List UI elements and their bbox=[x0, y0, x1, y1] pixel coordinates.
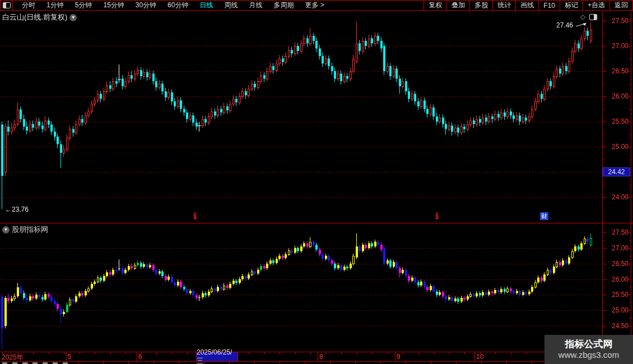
top-menu-bar: 分时 1分钟 5分钟 15分钟 30分钟 60分钟 日线 周线 月线 多周期 更… bbox=[0, 0, 633, 11]
pane1-corner-icons: ◇ bbox=[580, 13, 597, 21]
menu-item-more[interactable]: 更多 > bbox=[299, 1, 329, 10]
xaxis-label-aug: 8 bbox=[319, 353, 323, 361]
axis-label: 26.00 bbox=[604, 92, 629, 100]
xaxis-label-may: 5 bbox=[68, 353, 72, 361]
menu-item-1min[interactable]: 1分钟 bbox=[41, 1, 69, 10]
menu-item-drawline[interactable]: 画线 bbox=[515, 1, 538, 10]
menu-item-stats[interactable]: 统计 bbox=[492, 1, 515, 10]
axis-label: 25.50 bbox=[604, 291, 629, 298]
period-menu: 分时 1分钟 5分钟 15分钟 30分钟 60分钟 日线 周线 月线 多周期 更… bbox=[13, 1, 423, 10]
selected-date-box: 2025/06/25/三 bbox=[197, 352, 238, 361]
high-price-label: 27.46 bbox=[556, 21, 573, 29]
axis-label: 26.50 bbox=[604, 67, 629, 75]
menu-item-overlay[interactable]: 叠加 bbox=[446, 1, 469, 10]
menu-item-f10[interactable]: F10 bbox=[538, 1, 560, 10]
split-window-icon[interactable] bbox=[589, 14, 597, 20]
xaxis-label-oct: 10 bbox=[476, 353, 483, 361]
menu-item-daily[interactable]: 日线 bbox=[194, 1, 218, 10]
pane1-title: 白云山(日线.前复权) ▼ bbox=[2, 12, 77, 22]
chevron-down-icon[interactable]: ▼ bbox=[2, 226, 10, 234]
axis-label: 27.00 bbox=[604, 42, 629, 50]
menu-item-30min[interactable]: 30分钟 bbox=[130, 1, 162, 10]
chart-canvas bbox=[0, 0, 633, 364]
menu-item-multistock[interactable]: 多股 bbox=[469, 1, 492, 10]
axis-label: 25.00 bbox=[604, 143, 629, 151]
diamond-icon[interactable]: ◇ bbox=[580, 13, 585, 21]
xaxis-label-june: 6 bbox=[138, 353, 142, 361]
stock-title: 白云山(日线.前复权) bbox=[2, 12, 67, 22]
split-window-icon bbox=[3, 2, 11, 8]
dividend-marker[interactable]: ▲$ bbox=[193, 212, 197, 220]
axis-label: 27.50 bbox=[604, 17, 629, 25]
menu-item-5min[interactable]: 5分钟 bbox=[69, 1, 98, 10]
layout-switch-button[interactable] bbox=[0, 1, 13, 10]
axis-label: 27.00 bbox=[604, 244, 629, 252]
menu-item-multiperiod[interactable]: 多周期 bbox=[268, 1, 299, 10]
menu-item-weekly[interactable]: 周线 bbox=[218, 1, 243, 10]
low-price-label: ←23.76 bbox=[5, 206, 29, 213]
axis-label: 26.00 bbox=[604, 276, 629, 283]
axis-label: 25.50 bbox=[604, 118, 629, 125]
axis-label: 24.50 bbox=[604, 322, 629, 330]
axis-label: 27.50 bbox=[604, 228, 629, 236]
axis-label: 24.00 bbox=[604, 193, 629, 201]
menu-item-60min[interactable]: 60分钟 bbox=[162, 1, 194, 10]
menu-item-monthly[interactable]: 月线 bbox=[243, 1, 268, 10]
financial-report-marker[interactable]: 财 bbox=[540, 212, 548, 220]
xaxis-label-sep: 9 bbox=[397, 353, 401, 361]
xaxis-label-year: 2025年 bbox=[2, 353, 24, 362]
tool-menu: 复权 叠加 多股 统计 画线 F10 标记 +自选 返回 bbox=[423, 1, 633, 10]
menu-item-fenshi[interactable]: 分时 bbox=[16, 1, 41, 10]
axis-label: 26.50 bbox=[604, 260, 629, 268]
app-root: { "topbar": { "left_items": [ {"label":"… bbox=[0, 0, 633, 364]
menu-item-mark[interactable]: 标记 bbox=[560, 1, 583, 10]
indicator-title: 股朋指标网 bbox=[12, 225, 48, 235]
watermark: 指标公式网 www.zbgs3.com bbox=[544, 335, 633, 364]
watermark-url: www.zbgs3.com bbox=[558, 350, 619, 361]
menu-item-fuquan[interactable]: 复权 bbox=[423, 1, 446, 10]
dividend-marker[interactable]: ▲$ bbox=[435, 212, 439, 220]
menu-item-back[interactable]: 返回 bbox=[609, 1, 632, 10]
axis-label: 25.00 bbox=[604, 306, 629, 314]
menu-item-add-watchlist[interactable]: +自选 bbox=[583, 1, 609, 10]
chevron-down-icon[interactable]: ▼ bbox=[69, 14, 77, 21]
watermark-title: 指标公式网 bbox=[565, 338, 613, 350]
price-badge: 24.42 bbox=[603, 167, 630, 176]
menu-item-15min[interactable]: 15分钟 bbox=[97, 1, 129, 10]
pane2-title: ▼ 股朋指标网 bbox=[2, 225, 48, 235]
